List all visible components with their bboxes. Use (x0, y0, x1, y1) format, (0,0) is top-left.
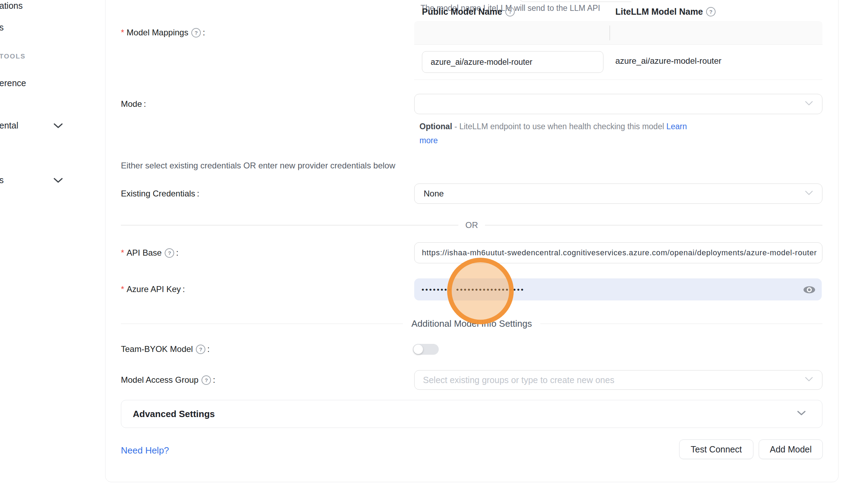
add-model-button[interactable]: Add Model (759, 439, 823, 459)
help-icon[interactable]: ? (165, 248, 174, 258)
sidebar-item-erence[interactable]: erence (0, 78, 26, 88)
help-icon[interactable]: ? (201, 375, 211, 385)
sidebar-item-label: s (0, 22, 4, 33)
team-byok-label: Team-BYOK Model ? : (121, 343, 210, 355)
sidebar-section-tools: TOOLS (0, 52, 26, 61)
additional-settings-divider: Additional Model Info Settings (121, 318, 822, 329)
public-model-name-input[interactable]: azure_ai/azure-model-router (422, 51, 603, 73)
litellm-model-name-value: azure_ai/azure-model-router (615, 56, 722, 66)
team-byok-toggle[interactable] (413, 344, 439, 355)
sidebar-item-ental[interactable]: ental (0, 120, 18, 131)
help-icon[interactable]: ? (505, 7, 515, 16)
password-dots: •••••••••••••••••• (456, 285, 525, 294)
chevron-down-icon (805, 377, 813, 383)
help-icon[interactable]: ? (196, 345, 205, 354)
sidebar-item-label: s (0, 175, 4, 185)
sidebar-item-label: ations (0, 1, 23, 11)
sidebar-item-label: erence (0, 78, 26, 88)
chevron-down-icon[interactable] (53, 123, 64, 130)
existing-credentials-select[interactable]: None (414, 183, 822, 204)
advanced-settings-label: Advanced Settings (133, 409, 215, 420)
test-connect-button[interactable]: Test Connect (679, 439, 753, 459)
table-header-litellm: LiteLLM Model Name ? (615, 0, 716, 23)
required-asterisk: * (121, 284, 124, 294)
mode-select[interactable] (414, 94, 822, 114)
table-header-row (414, 21, 822, 45)
help-icon[interactable]: ? (706, 7, 716, 16)
model-access-group-select[interactable]: Select existing groups or type to create… (414, 370, 822, 390)
chevron-down-icon (797, 410, 806, 417)
need-help-link[interactable]: Need Help? (121, 445, 169, 456)
sidebar: ations s TOOLS erence ental s (0, 0, 105, 485)
model-access-group-label: Model Access Group ? : (121, 374, 215, 386)
eye-icon[interactable] (803, 285, 815, 296)
advanced-settings-panel[interactable]: Advanced Settings (121, 400, 822, 428)
mode-hint: Optional - LiteLLM endpoint to use when … (419, 120, 702, 147)
sidebar-item-ations[interactable]: ations (0, 0, 23, 11)
api-base-input[interactable]: https://ishaa-mh6uutut-swedencentral.cog… (414, 242, 822, 263)
required-asterisk: * (121, 248, 124, 258)
chevron-down-icon (805, 190, 813, 197)
chevron-down-icon[interactable] (53, 178, 64, 185)
cutoff-element-sliver (519, 0, 631, 2)
mode-label: Mode: (121, 98, 146, 110)
select-placeholder: Select existing groups or type to create… (423, 375, 614, 385)
or-divider: OR (121, 220, 822, 230)
table-bottom-border (414, 79, 822, 80)
sidebar-item-label: ental (0, 120, 18, 131)
sidebar-item-s1[interactable]: s (0, 22, 4, 33)
existing-credentials-label: Existing Credentials: (121, 188, 199, 200)
azure-api-key-label: * Azure API Key : (121, 283, 185, 295)
help-icon[interactable]: ? (191, 28, 201, 37)
credentials-note: Either select existing credentials OR en… (121, 161, 395, 171)
api-base-label: * API Base ? : (121, 247, 178, 259)
page: { "sidebar": { "section_label": "TOOLS",… (0, 0, 868, 485)
table-header-public: Public Model Name ? (422, 0, 515, 23)
azure-api-key-input[interactable]: •••••••• •••••••••••••••••• (414, 278, 822, 300)
column-divider (609, 26, 610, 40)
sidebar-item-s2[interactable]: s (0, 175, 4, 185)
model-mappings-label: * Model Mappings ? : (121, 27, 205, 39)
chevron-down-icon (805, 101, 813, 107)
required-asterisk: * (121, 28, 124, 37)
toggle-knob (414, 345, 423, 354)
password-dots: •••••••• (422, 285, 452, 294)
